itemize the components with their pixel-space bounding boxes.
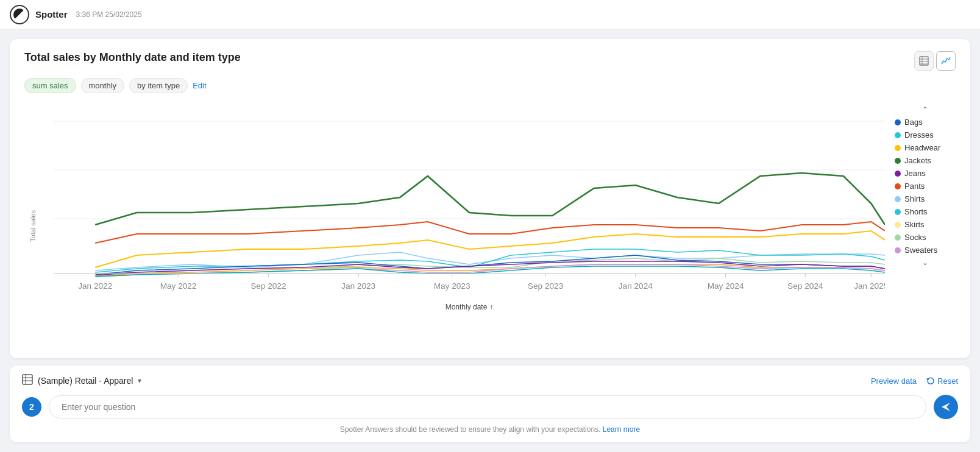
svg-text:Jan 2022: Jan 2022 [78, 282, 112, 291]
legend-item-socks: Socks [895, 233, 956, 242]
datasource-chevron-icon[interactable]: ▾ [138, 376, 141, 385]
legend-item-skirts: Skirts [895, 220, 956, 229]
preview-data-link[interactable]: Preview data [871, 376, 917, 386]
line-chart-view-button[interactable] [936, 51, 956, 71]
legend-expand-button[interactable]: ⌄ [895, 258, 956, 267]
legend-item-sweaters: Sweaters [895, 245, 956, 255]
topbar: Spotter 3:36 PM 25/02/2025 [0, 0, 980, 29]
input-row: 2 [22, 395, 958, 419]
legend-dot-jeans [895, 171, 901, 177]
chart-card: Total sales by Monthly date and item typ… [10, 39, 970, 358]
legend-item-dresses: Dresses [895, 130, 956, 139]
svg-rect-34 [23, 375, 32, 384]
svg-text:May 2023: May 2023 [434, 282, 470, 291]
question-input[interactable] [49, 395, 926, 418]
legend-dot-jackets [895, 158, 901, 164]
pill-monthly[interactable]: monthly [81, 78, 125, 93]
table-icon [22, 374, 33, 387]
chart-svg: 6M 4M 2M 0 [54, 103, 885, 298]
legend-dot-skirts [895, 222, 901, 228]
timestamp: 3:36 PM 25/02/2025 [76, 10, 142, 19]
learn-more-link[interactable]: Learn more [603, 425, 640, 434]
datasource-name: (Sample) Retail - Apparel [38, 376, 133, 386]
legend-dot-shorts [895, 209, 901, 215]
legend-item-shirts: Shirts [895, 194, 956, 203]
pill-by-item-type[interactable]: by item type [129, 78, 188, 93]
legend-item-pants: Pants [895, 182, 956, 191]
chart-view-icons [914, 51, 956, 71]
legend-item-bags: Bags [895, 118, 956, 127]
svg-text:Jan 2023: Jan 2023 [341, 282, 375, 291]
legend-dot-headwear [895, 145, 901, 151]
chart-with-axis: Total sales 6M 4M 2M 0 [24, 103, 885, 348]
chart-title: Total sales by Monthly date and item typ… [24, 51, 241, 64]
reset-button[interactable]: Reset [926, 376, 958, 386]
edit-link[interactable]: Edit [193, 81, 206, 90]
svg-text:May 2024: May 2024 [708, 282, 744, 291]
legend: ⌃ Bags Dresses Headwear Jackets [895, 103, 956, 348]
step-badge: 2 [22, 397, 41, 417]
pill-sum-sales[interactable]: sum sales [24, 78, 76, 93]
chart-svg-wrapper: 6M 4M 2M 0 [54, 103, 885, 348]
chart-header: Total sales by Monthly date and item typ… [24, 51, 956, 71]
svg-text:Sep 2023: Sep 2023 [528, 282, 563, 291]
main-content: Total sales by Monthly date and item typ… [0, 29, 980, 452]
legend-dot-sweaters [895, 247, 901, 253]
legend-item-jackets: Jackets [895, 156, 956, 165]
send-button[interactable] [934, 395, 958, 419]
disclaimer: Spotter Answers should be reviewed to en… [22, 425, 958, 434]
datasource-row: (Sample) Retail - Apparel ▾ Preview data… [22, 374, 958, 387]
svg-text:Sep 2024: Sep 2024 [787, 282, 823, 291]
table-view-button[interactable] [914, 51, 934, 71]
legend-item-jeans: Jeans [895, 169, 956, 178]
svg-text:May 2022: May 2022 [160, 282, 197, 291]
legend-dot-dresses [895, 132, 901, 138]
datasource-left: (Sample) Retail - Apparel ▾ [22, 374, 141, 387]
app-logo [10, 5, 29, 24]
y-axis-label: Total sales [29, 210, 37, 242]
chart-area: Total sales 6M 4M 2M 0 [24, 103, 956, 348]
legend-dot-shirts [895, 196, 901, 202]
legend-item-headwear: Headwear [895, 143, 956, 152]
svg-text:Jan 2024: Jan 2024 [619, 282, 653, 291]
legend-dot-pants [895, 183, 901, 189]
svg-text:Sep 2022: Sep 2022 [250, 282, 286, 291]
legend-dot-socks [895, 235, 901, 241]
bottom-section: (Sample) Retail - Apparel ▾ Preview data… [10, 365, 970, 442]
svg-text:Jan 2025: Jan 2025 [854, 282, 885, 291]
legend-collapse-button[interactable]: ⌃ [895, 105, 956, 114]
legend-dot-bags [895, 119, 901, 125]
app-name: Spotter [35, 9, 68, 19]
legend-item-shorts: Shorts [895, 207, 956, 216]
pill-row: sum sales monthly by item type Edit [24, 78, 956, 93]
x-axis-label: Monthly date ↑ [54, 303, 885, 311]
